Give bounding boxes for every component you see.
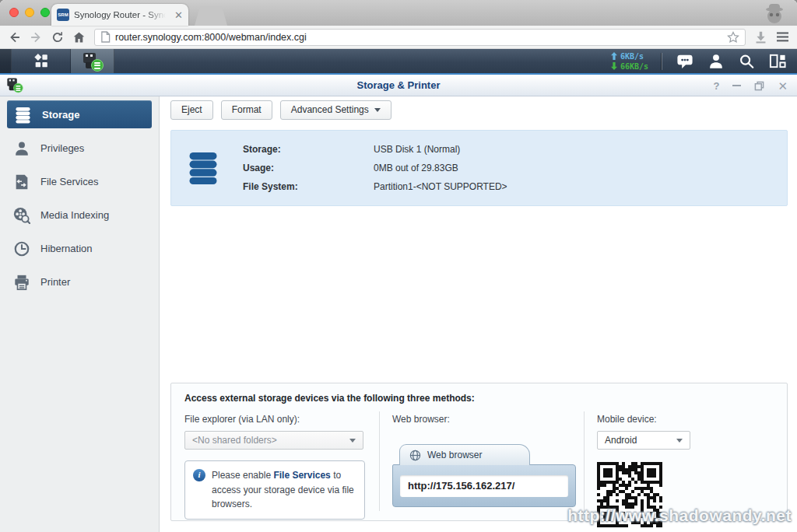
- access-methods-panel: Access external storage devices via the …: [170, 383, 788, 521]
- download-arrow-icon: [611, 62, 617, 70]
- taskbar-separator: [662, 53, 662, 70]
- sidebar-item-label: Printer: [40, 276, 70, 288]
- mini-browser-graphic: Web browser http://175.156.162.217/: [392, 444, 576, 507]
- user-icon[interactable]: [707, 52, 725, 70]
- action-toolbar: Eject Format Advanced Settings: [170, 100, 788, 120]
- srm-favicon: SRM: [57, 9, 69, 21]
- sidebar-item-storage[interactable]: Storage: [7, 100, 152, 128]
- mobile-os-dropdown[interactable]: Android: [597, 431, 690, 450]
- url-bar[interactable]: router.synology.com:8000/webman/index.cg…: [94, 29, 746, 46]
- close-traffic-light[interactable]: [9, 8, 19, 17]
- clock-icon: [13, 240, 30, 257]
- upload-arrow-icon: [611, 52, 617, 60]
- info-row-usage: Usage: 0MB out of 29.83GB: [243, 159, 507, 177]
- window-title: Storage & Printer: [357, 79, 441, 91]
- back-button[interactable]: [8, 31, 21, 44]
- file-services-note: i Please enable File Services to access …: [184, 460, 365, 520]
- sidebar: Storage Privileges File Services: [0, 96, 160, 532]
- mobile-device-column: Mobile device: Android: [585, 411, 787, 511]
- zoom-traffic-light[interactable]: [40, 8, 50, 17]
- upload-speed: 6KB/s: [620, 51, 644, 61]
- usb-storage-app-icon: [81, 51, 104, 72]
- browser-toolbar: router.synology.com:8000/webman/index.cg…: [0, 26, 797, 49]
- chevron-down-icon: [349, 439, 356, 443]
- reload-button[interactable]: [51, 31, 64, 44]
- main-menu-icon: [33, 52, 50, 70]
- browser-tab-bar: SRM Synology Router - Synolog ✕: [0, 0, 797, 26]
- sidebar-item-label: Privileges: [40, 142, 84, 154]
- tab-close-icon[interactable]: ✕: [174, 10, 183, 20]
- info-row-filesystem: File System: Partition1-<NOT SUPPORTED>: [243, 177, 507, 196]
- close-icon[interactable]: ✕: [778, 80, 788, 92]
- sidebar-item-label: Media Indexing: [40, 209, 109, 221]
- sidebar-item-label: Storage: [42, 109, 79, 121]
- chevron-down-icon: [676, 439, 683, 443]
- help-icon[interactable]: ?: [713, 80, 719, 92]
- window-title-bar[interactable]: Storage & Printer ? ✕: [0, 75, 797, 96]
- chevron-down-icon: [374, 108, 381, 112]
- file-services-link[interactable]: File Services: [273, 470, 330, 481]
- person-icon: [13, 140, 30, 157]
- main-menu-button[interactable]: [12, 49, 71, 73]
- advanced-settings-button[interactable]: Advanced Settings: [280, 100, 391, 120]
- sidebar-item-label: Hibernation: [40, 243, 93, 254]
- minimize-icon[interactable]: [732, 85, 741, 86]
- disk-icon: [187, 150, 219, 186]
- storage-info-panel: Storage: USB Disk 1 (Normal) Usage: 0MB …: [170, 130, 788, 206]
- srm-taskbar: 6KB/s 66KB/s: [0, 49, 797, 75]
- downloads-icon[interactable]: [754, 30, 767, 44]
- sidebar-item-file-services[interactable]: File Services: [0, 165, 159, 198]
- web-browser-column: Web browser: Web browser http://175.156.…: [380, 411, 584, 511]
- info-row-storage: Storage: USB Disk 1 (Normal): [243, 140, 507, 159]
- sidebar-item-hibernation[interactable]: Hibernation: [0, 232, 159, 265]
- storage-printer-app-button[interactable]: [71, 49, 114, 73]
- printer-icon: [13, 274, 30, 291]
- network-speed-indicator: 6KB/s 66KB/s: [611, 51, 648, 72]
- browser-tab[interactable]: SRM Synology Router - Synolog ✕: [51, 4, 188, 26]
- watermark: http://www.shadowandy.net: [567, 506, 792, 525]
- info-icon: i: [193, 469, 205, 481]
- page-icon: [100, 31, 111, 43]
- search-icon[interactable]: [738, 52, 755, 70]
- format-button[interactable]: Format: [221, 100, 272, 120]
- shared-folder-dropdown[interactable]: <No shared folders>: [184, 431, 363, 450]
- storage-disk-icon: [14, 106, 32, 124]
- bookmark-star-icon[interactable]: [727, 31, 739, 44]
- widgets-icon[interactable]: [768, 52, 787, 70]
- window-app-icon: [5, 77, 23, 93]
- browser-menu-icon[interactable]: [776, 31, 789, 43]
- url-text[interactable]: router.synology.com:8000/webman/index.cg…: [115, 32, 722, 43]
- access-url-text: http://175.156.162.217/: [400, 475, 568, 497]
- file-explorer-column: File explorer (via LAN only): <No shared…: [184, 411, 379, 511]
- maximize-icon[interactable]: [754, 81, 764, 91]
- forward-button[interactable]: [30, 31, 43, 44]
- content-area: Eject Format Advanced Settings Storage: …: [160, 96, 797, 532]
- globe-icon: [409, 450, 421, 461]
- tab-title: Synology Router - Synolog: [74, 10, 166, 19]
- mascot-icon: [763, 2, 786, 27]
- home-button[interactable]: [72, 31, 86, 44]
- sidebar-item-privileges[interactable]: Privileges: [0, 131, 159, 165]
- minimize-traffic-light[interactable]: [25, 8, 34, 17]
- sidebar-item-media-indexing[interactable]: Media Indexing: [0, 198, 159, 232]
- sidebar-item-label: File Services: [40, 176, 98, 187]
- taskbar-edge: [0, 49, 12, 73]
- new-tab-button[interactable]: [195, 6, 227, 26]
- access-heading: Access external storage devices via the …: [184, 393, 787, 404]
- eject-button[interactable]: Eject: [170, 100, 213, 120]
- file-services-icon: [13, 173, 30, 191]
- download-speed: 66KB/s: [620, 61, 648, 72]
- notifications-icon[interactable]: [676, 52, 694, 70]
- media-indexing-icon: [13, 207, 30, 224]
- browser-window: SRM Synology Router - Synolog ✕: [0, 0, 797, 532]
- sidebar-item-printer[interactable]: Printer: [0, 265, 159, 299]
